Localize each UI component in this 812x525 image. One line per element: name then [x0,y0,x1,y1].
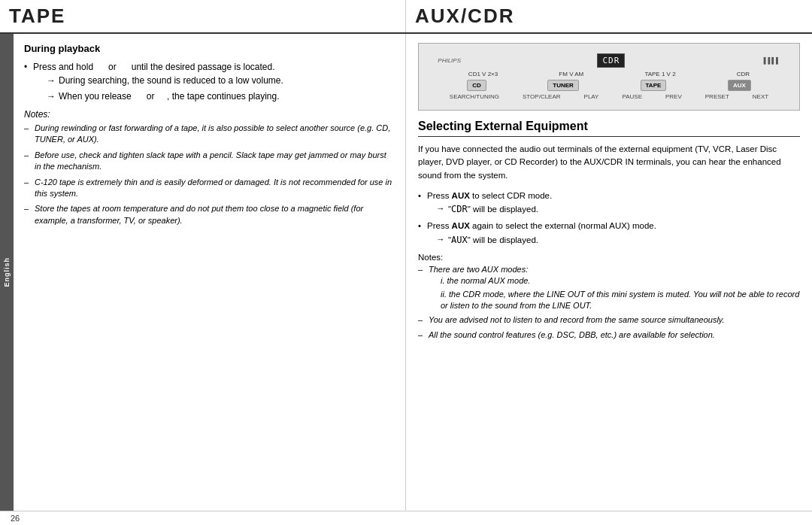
tape-arrow-2-text: When you release or , the tape continues… [59,91,280,102]
aux-bullet-2: Press AUX again to select the external (… [418,220,800,247]
tape-title: TAPE [9,5,396,28]
device-label-2: FM V AM [559,71,583,77]
aux-arrow-2-text: "AUX" will be displayed. [448,235,538,244]
tape-bullet-list: Press and hold or until the desired pass… [24,60,395,103]
aux-notes-section: Notes: There are two AUX modes: the norm… [418,253,800,341]
tape-arrow-2: When you release or , the tape continues… [47,90,395,103]
device-label-3: TAPE 1 V 2 [644,71,675,77]
aux-bullet-list: Press AUX to select CDR mode. "CDR" will… [418,190,800,247]
aux-note-2: You are advised not to listen to and rec… [418,314,800,326]
aux-arrow-2: "AUX" will be displayed. [436,233,800,247]
aux-intro: If you have connected the audio out term… [418,143,800,182]
aux-roman-1: the normal AUX mode. [441,275,800,287]
aux-b2-prefix: Press [427,221,452,230]
aux-arrow-1: "CDR" will be displayed. [436,202,800,216]
ctrl-search: SEARCH/TUNING [450,93,499,100]
device-buttons-row: CD TUNER TAPE AUX [438,80,780,91]
aux-note-3: All the sound control features (e.g. DSC… [418,329,800,341]
page-header: TAPE AUX/CDR [0,0,812,34]
aux-b1-prefix: Press [427,191,452,200]
tape-note-3: C-120 tape is extremely thin and is easi… [24,177,395,200]
ctrl-stop: STOP/CLEAR [523,93,561,100]
language-label: English [3,257,11,287]
aux-roman-2: the CDR mode, where the LINE OUT of this… [441,289,800,312]
aux-section-title: Selecting External Equipment [418,120,800,137]
aux-aux-mono: AUX [451,235,468,245]
ctrl-prev: PREV [665,93,682,100]
page-number: 26 [11,514,20,523]
page-footer: 26 [0,511,812,525]
main-content: English During playback Press and hold o… [0,34,812,511]
tape-section: During playback Press and hold or until … [14,34,406,511]
tape-note-4: Store the tapes at room temperature and … [24,203,395,226]
tape-press-hold-text: Press and hold or until the desired pass… [33,62,275,72]
device-controls-row: SEARCH/TUNING STOP/CLEAR PLAY PAUSE PREV… [438,93,780,100]
aux-header: AUX/CDR [406,0,812,32]
tape-header: TAPE [0,0,406,32]
tape-note-2: Before use, check and tighten slack tape… [24,150,395,173]
language-tab: English [0,34,14,511]
ctrl-preset: PRESET [705,93,729,100]
aux-roman-list: the normal AUX mode. the CDR mode, where… [429,275,800,311]
aux-notes-label: Notes: [418,253,800,262]
device-label-1: CD1 V 2×3 [468,71,498,77]
tape-notes-label: Notes: [24,109,395,120]
device-image: PHILIPS CDR ▐▐ ▌▌ CD1 V 2×3 FM V AM TAPE… [418,43,800,111]
device-btn-tuner: TUNER [547,80,579,91]
device-btn-tape: TAPE [641,80,667,91]
tape-bullet-1: Press and hold or until the desired pass… [24,60,395,103]
tape-note-1: During rewinding or fast forwarding of a… [24,123,395,146]
device-brand: PHILIPS [438,57,461,64]
aux-note-1-text: There are two AUX modes: [429,265,528,274]
aux-section: PHILIPS CDR ▐▐ ▌▌ CD1 V 2×3 FM V AM TAPE… [406,34,812,511]
device-btn-cd: CD [467,80,486,91]
aux-b1-bold: AUX [452,191,470,200]
tape-notes-section: Notes: During rewinding or fast forwardi… [24,109,395,226]
tape-arrow-1: During searching, the sound is reduced t… [47,74,395,87]
device-extra: ▐▐ ▌▌ [762,57,780,64]
tape-notes-list: During rewinding or fast forwarding of a… [24,123,395,226]
aux-cdr-mono: CDR [451,204,468,214]
aux-note-1: There are two AUX modes: the normal AUX … [418,264,800,312]
ctrl-pause: PAUSE [622,93,642,100]
aux-arrow-list-2: "AUX" will be displayed. [436,233,800,247]
device-display: CDR [597,53,625,68]
aux-b1-suffix: to select CDR mode. [470,191,552,200]
ctrl-play: PLAY [584,93,599,100]
aux-arrow-list-1: "CDR" will be displayed. [436,202,800,216]
aux-title: AUX/CDR [415,5,803,28]
device-btn-aux: AUX [728,80,751,91]
aux-b2-bold: AUX [452,221,470,230]
ctrl-next: NEXT [753,93,768,100]
aux-arrow-1-text: "CDR" will be displayed. [448,205,538,214]
device-label-4: CDR [737,71,750,77]
aux-bullet-1: Press AUX to select CDR mode. "CDR" will… [418,190,800,217]
aux-b2-suffix: again to select the external (normal AUX… [470,221,656,230]
device-label-row: CD1 V 2×3 FM V AM TAPE 1 V 2 CDR [438,71,780,77]
device-top-row: PHILIPS CDR ▐▐ ▌▌ [438,53,780,68]
tape-section-title: During playback [24,43,395,54]
tape-arrow-list: During searching, the sound is reduced t… [47,74,395,103]
aux-notes-list: There are two AUX modes: the normal AUX … [418,264,800,341]
